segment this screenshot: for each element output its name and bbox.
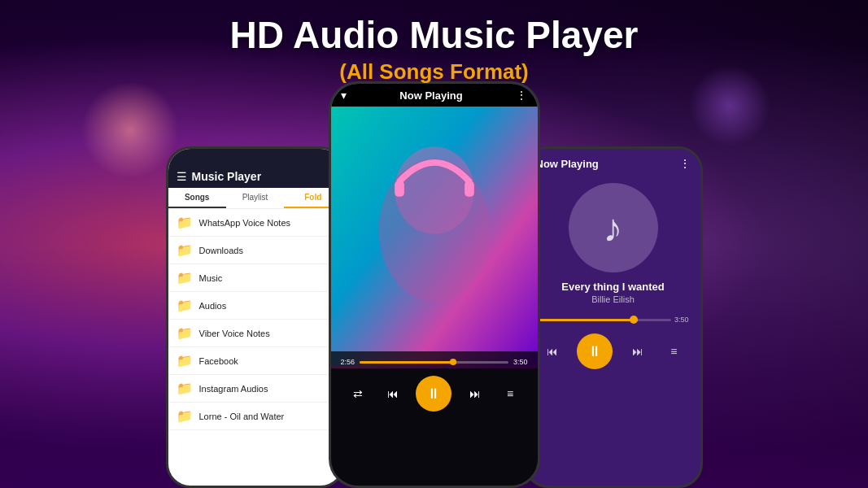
album-art-image [331, 84, 538, 368]
right-time-total: 3:50 [674, 316, 689, 324]
tab-songs[interactable]: Songs [168, 188, 226, 208]
folder-icon: 📁 [177, 242, 193, 258]
folder-icon: 📁 [177, 408, 193, 424]
app-title: Music Player [192, 170, 262, 183]
progress-dot [450, 359, 456, 365]
album-art-svg [331, 84, 538, 368]
phones-container: ☰ Music Player Songs Playlist Fold 📁 Wha… [68, 81, 800, 488]
right-playlist-button[interactable]: ≡ [662, 340, 685, 363]
list-item[interactable]: 📁 Viber Voice Notes [168, 320, 342, 347]
prev-button[interactable]: ⏮ [382, 382, 404, 405]
down-arrow-icon[interactable]: ▾ [341, 89, 347, 102]
right-song-title: Every thing I wanted [561, 281, 664, 293]
list-item[interactable]: 📁 Music [168, 264, 342, 292]
center-notch-bar: ▾ Now Playing ⋮ [331, 84, 538, 107]
center-now-playing-title: Now Playing [399, 89, 462, 102]
progress-bar[interactable] [360, 361, 508, 364]
folder-name: Music [199, 273, 223, 283]
list-item[interactable]: 📁 Audios [168, 292, 342, 320]
right-progress-fill [538, 319, 638, 321]
folder-name: Lorne - Oil and Water [199, 412, 285, 421]
right-more-icon[interactable]: ⋮ [679, 157, 691, 170]
right-progress-dot [630, 316, 638, 324]
left-phone: ☰ Music Player Songs Playlist Fold 📁 Wha… [166, 146, 345, 488]
status-bar-left [168, 149, 342, 165]
tab-playlist[interactable]: Playlist [226, 188, 284, 208]
time-elapsed: 2:56 [341, 358, 355, 366]
tabs-bar: Songs Playlist Fold [168, 188, 342, 209]
center-player-controls: 2:56 3:50 ⇄ ⏮ ⏸ ⏭ ≡ [331, 351, 538, 486]
list-item[interactable]: 📁 Downloads [168, 237, 342, 264]
folder-icon: 📁 [177, 298, 193, 313]
right-album-circle: ♪ [569, 183, 658, 272]
center-phone: ▾ Now Playing ⋮ [329, 81, 540, 488]
folder-icon: 📁 [177, 215, 193, 230]
right-playback-controls: ⏮ ⏸ ⏭ ≡ [526, 330, 700, 373]
playlist-button[interactable]: ≡ [499, 382, 521, 405]
folder-name: Downloads [199, 246, 243, 255]
progress-row: 2:56 3:50 [341, 358, 528, 366]
more-options-icon[interactable]: ⋮ [516, 89, 527, 102]
right-artist: Billie Eilish [591, 294, 635, 304]
right-now-playing-title: Now Playing [536, 158, 599, 170]
folder-icon: 📁 [177, 325, 193, 341]
folder-name: Viber Voice Notes [199, 329, 270, 338]
folder-list: 📁 WhatsApp Voice Notes 📁 Downloads 📁 Mus… [168, 209, 342, 430]
list-item[interactable]: 📁 Lorne - Oil and Water [168, 403, 342, 430]
svg-rect-4 [465, 181, 474, 197]
main-title: HD Audio Music Player [0, 15, 868, 56]
playback-controls: ⇄ ⏮ ⏸ ⏭ ≡ [341, 373, 528, 415]
right-phone-header: Now Playing ⋮ [526, 149, 700, 175]
svg-rect-3 [395, 181, 404, 197]
right-play-pause-button[interactable]: ⏸ [577, 333, 613, 369]
right-album-area: ♪ Every thing I wanted Billie Eilish [526, 175, 700, 309]
time-total: 3:50 [513, 358, 528, 366]
app-header-left: ☰ Music Player [168, 165, 342, 188]
folder-name: Facebook [199, 356, 238, 366]
main-subtitle: (All Songs Format) [0, 59, 868, 85]
list-item[interactable]: 📁 Facebook [168, 347, 342, 375]
album-art [331, 84, 538, 368]
list-item[interactable]: 📁 Instagram Audios [168, 375, 342, 403]
folder-icon: 📁 [177, 353, 193, 368]
right-prev-button[interactable]: ⏮ [541, 340, 564, 363]
folder-name: Audios [199, 301, 227, 311]
folder-name: Instagram Audios [199, 384, 268, 394]
page-header: HD Audio Music Player (All Songs Format) [0, 15, 868, 85]
right-next-button[interactable]: ⏭ [626, 340, 649, 363]
list-item[interactable]: 📁 WhatsApp Voice Notes [168, 209, 342, 237]
progress-fill [360, 361, 456, 364]
next-button[interactable]: ⏭ [464, 382, 486, 405]
right-phone: Now Playing ⋮ ♪ Every thing I wanted Bil… [524, 146, 703, 488]
play-pause-button[interactable]: ⏸ [416, 376, 451, 412]
svg-point-2 [378, 159, 490, 302]
folder-icon: 📁 [177, 381, 193, 396]
right-progress-row: 3:50 [526, 309, 700, 330]
hamburger-icon[interactable]: ☰ [177, 170, 187, 183]
folder-icon: 📁 [177, 270, 193, 285]
right-progress-bar[interactable] [538, 319, 671, 321]
folder-name: WhatsApp Voice Notes [199, 218, 291, 228]
music-note-icon: ♪ [604, 206, 623, 251]
shuffle-button[interactable]: ⇄ [347, 382, 369, 405]
